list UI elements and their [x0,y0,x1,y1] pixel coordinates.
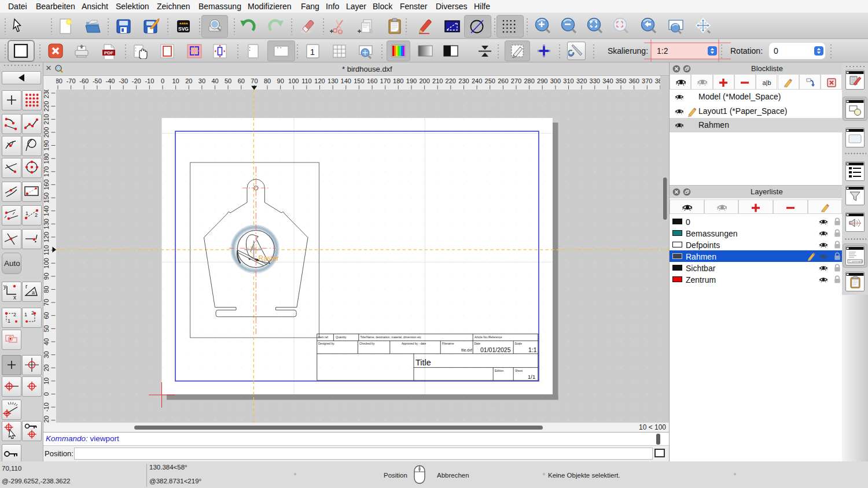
svg-text:350: 350 [616,77,626,84]
svg-text:r: r [25,283,28,290]
svg-text:330: 330 [590,77,600,84]
svg-text:1: 1 [24,312,27,317]
svg-text:30: 30 [43,351,50,358]
svg-text:0: 0 [43,392,50,395]
svg-text:1:1: 1:1 [528,346,537,353]
svg-text:120: 120 [314,77,325,84]
svg-text:380: 380 [655,77,660,84]
svg-text:Edition: Edition [495,369,504,372]
svg-text:70: 70 [251,77,258,84]
svg-text:150: 150 [43,193,50,203]
svg-text:-80: -80 [56,77,62,84]
svg-text:a: a [32,290,35,295]
svg-text:80: 80 [264,77,271,84]
svg-text:140: 140 [341,77,351,84]
svg-text:Title: Title [415,358,431,367]
svg-text:170: 170 [380,77,391,84]
svg-text:220: 220 [446,77,456,84]
svg-text:90: 90 [277,77,284,84]
svg-text:40: 40 [211,77,218,84]
svg-text:360: 360 [628,77,639,84]
svg-text:190: 190 [406,77,417,84]
svg-text:150: 150 [354,77,364,84]
svg-text:1: 1 [8,318,10,324]
svg-text:110: 110 [301,77,312,84]
svg-text:Title/Name, destination, mater: Title/Name, destination, material, dimen… [361,335,422,339]
svg-text:Filename: Filename [442,342,454,345]
svg-text:20: 20 [185,77,192,84]
svg-text:Article No./Reference: Article No./Reference [475,335,502,339]
svg-text:10: 10 [172,77,179,84]
svg-text:60: 60 [238,77,245,84]
svg-text:100: 100 [43,258,50,268]
svg-text:-50: -50 [93,77,102,84]
svg-text:60: 60 [43,312,50,319]
svg-text:210: 210 [43,114,50,124]
svg-text:0: 0 [161,77,164,84]
svg-text:PDF: PDF [104,50,113,56]
svg-text:20: 20 [43,364,50,371]
svg-text:Sheet: Sheet [515,369,523,372]
svg-text:110: 110 [43,245,50,256]
svg-text:370: 370 [642,77,652,84]
svg-text:190: 190 [43,140,50,150]
svg-text:-10: -10 [145,77,154,84]
svg-text:220: 220 [43,101,50,112]
svg-text:Date: Date [475,342,481,345]
svg-text:50: 50 [225,77,231,84]
svg-text:310: 310 [563,77,573,84]
svg-text:290: 290 [537,77,547,84]
svg-text:200: 200 [419,77,429,84]
svg-text:230: 230 [458,77,469,84]
svg-text:-60: -60 [79,77,89,84]
svg-text:160: 160 [367,77,377,84]
svg-text:230: 230 [43,90,50,98]
svg-text:140: 140 [43,206,50,216]
svg-text:1: 1 [25,210,28,216]
svg-text:130: 130 [328,77,338,84]
svg-text:Checked by: Checked by [359,342,375,345]
svg-text:a|b: a|b [762,79,771,86]
svg-text:-70: -70 [67,77,76,84]
svg-text:SVG: SVG [178,26,189,32]
svg-text:Approved by - date: Approved by - date [402,342,426,345]
svg-text:130: 130 [43,219,50,229]
svg-text:y: y [3,283,6,290]
svg-text:280: 280 [524,77,534,84]
svg-text:-20: -20 [43,416,50,423]
svg-text:200: 200 [43,127,50,138]
svg-text:300: 300 [550,77,561,84]
svg-text:80: 80 [43,286,50,293]
svg-text:2: 2 [31,310,34,316]
svg-text:Item ref: Item ref [318,335,329,339]
svg-text:1/1: 1/1 [528,374,535,380]
svg-text:180: 180 [393,77,403,84]
svg-text:240: 240 [472,77,482,84]
svg-text:50: 50 [43,325,50,332]
svg-text:120: 120 [43,232,50,242]
svg-text:250: 250 [485,77,495,84]
svg-text:260: 260 [498,77,508,84]
svg-text:x: x [13,294,16,301]
svg-text:40: 40 [43,338,50,345]
svg-text:10: 10 [43,378,50,385]
svg-text:90: 90 [43,273,50,280]
svg-text:340: 340 [602,77,613,84]
svg-text:file.dxf: file.dxf [461,348,472,352]
svg-text:30: 30 [198,77,205,84]
svg-text:170: 170 [43,167,50,177]
svg-text:210: 210 [432,77,443,84]
svg-text:70: 70 [43,299,50,306]
svg-text:Designed by: Designed by [318,342,334,345]
svg-text:1: 1 [310,47,315,57]
svg-text:160: 160 [43,179,50,190]
svg-text:270: 270 [511,77,521,84]
svg-text:2: 2 [35,212,38,218]
svg-text:100: 100 [288,77,299,84]
svg-text:Quantity: Quantity [336,335,347,339]
svg-text:180: 180 [43,153,50,164]
svg-text:-40: -40 [106,77,115,84]
svg-text:-10: -10 [43,402,50,412]
svg-text:Scale: Scale [515,342,523,345]
svg-text:Raster: Raster [259,254,279,263]
